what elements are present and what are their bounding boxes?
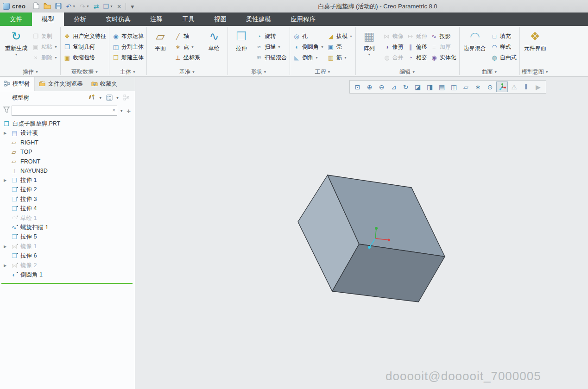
- pause-icon[interactable]: ‖: [520, 82, 532, 92]
- tree-settings-button[interactable]: [105, 94, 114, 101]
- tree-item-extrude-5[interactable]: ❒▪拉伸 5: [0, 232, 135, 242]
- saved-orientations-icon[interactable]: ◨: [424, 82, 436, 92]
- ribbon-button-style[interactable]: ◠样式: [490, 43, 518, 51]
- tab-file[interactable]: 文件: [0, 13, 32, 26]
- group-label-datum[interactable]: 基准▼: [149, 68, 226, 76]
- zoom-out-icon[interactable]: ⊖: [376, 82, 387, 92]
- new-file-button[interactable]: [32, 1, 41, 11]
- ribbon-button-trim[interactable]: ◑修剪: [382, 43, 405, 51]
- ribbon-button-axis[interactable]: ╱轴: [173, 32, 201, 41]
- round-dropdown[interactable]: ▼: [321, 45, 324, 49]
- tree-item-mirror-1[interactable]: ▶⋈▪镜像 1: [0, 242, 135, 251]
- ribbon-button-copy-geometry[interactable]: ❐复制几何: [63, 43, 107, 51]
- ribbon-button-new-body[interactable]: ❒新建主体: [111, 53, 145, 62]
- save-button[interactable]: [54, 2, 63, 11]
- sweep-dropdown[interactable]: ▼: [278, 45, 281, 49]
- ribbon-button-regenerate[interactable]: ↻重新生成▼: [3, 26, 30, 68]
- ribbon-button-revolve[interactable]: ◔旋转: [254, 32, 288, 41]
- windows-dropdown[interactable]: ▼: [110, 5, 113, 8]
- tree-item-extrude-1[interactable]: ▶❒拉伸 1: [0, 176, 135, 185]
- tab-tools[interactable]: 工具: [172, 13, 204, 26]
- draft-dropdown[interactable]: ▼: [349, 35, 353, 38]
- ribbon-button-boundary-blend[interactable]: ◠边界混合: [462, 26, 488, 68]
- pattern-dropdown[interactable]: ▼: [367, 53, 371, 56]
- ribbon-button-freestyle[interactable]: ◍自由式: [490, 53, 518, 62]
- ribbon-button-round[interactable]: ◖倒圆角▼: [292, 43, 325, 51]
- tab-applications[interactable]: 应用程序: [281, 13, 325, 26]
- tree-search-input[interactable]: [12, 106, 117, 116]
- refit-icon[interactable]: ⊿: [388, 82, 399, 92]
- regenerate-dropdown[interactable]: ▼: [15, 53, 18, 56]
- tree-item-design-items[interactable]: ▶▤设计项: [0, 128, 135, 138]
- expand-arrow-icon[interactable]: ▶: [4, 178, 12, 182]
- ribbon-button-rib[interactable]: ▥筋▼: [326, 53, 354, 62]
- datum-display-filters-icon[interactable]: ▱: [460, 82, 472, 92]
- ribbon-button-shrinkwrap[interactable]: ▣收缩包络: [63, 53, 107, 62]
- search-options-dropdown[interactable]: ▼: [119, 109, 124, 113]
- tab-analysis[interactable]: 分析: [64, 13, 96, 26]
- ribbon-button-component-interface[interactable]: ❖元件界面: [522, 26, 549, 68]
- display-style-icon[interactable]: ◪: [412, 82, 424, 92]
- spin-center-icon[interactable]: [496, 82, 508, 92]
- tree-item-sketch-1[interactable]: ◠▪草绘 1: [0, 213, 135, 223]
- ribbon-button-solidify[interactable]: ◉实体化: [430, 53, 457, 62]
- ribbon-button-boolean-operations[interactable]: ◉布尔运算: [111, 32, 145, 41]
- tab-model[interactable]: 模型: [32, 13, 64, 26]
- tree-item-mirror-2[interactable]: ▶⋈▪镜像 2: [0, 261, 135, 270]
- ribbon-button-split-body[interactable]: ◫分割主体: [111, 43, 145, 51]
- ribbon-button-swept-blend[interactable]: ≋扫描混合: [254, 53, 288, 62]
- ribbon-button-fill[interactable]: □填充: [490, 32, 518, 41]
- group-label-get-data[interactable]: 获取数据▼: [63, 68, 107, 76]
- tree-tools-dropdown[interactable]: ▼: [99, 96, 102, 100]
- ribbon-button-chamfer[interactable]: ◣倒角▼: [292, 53, 325, 62]
- rib-dropdown[interactable]: ▼: [344, 56, 347, 59]
- ribbon-button-pattern[interactable]: ▦阵列▼: [358, 26, 381, 68]
- ribbon-button-project[interactable]: ∿投影: [430, 32, 457, 41]
- tree-item-plane-top[interactable]: ▱TOP: [0, 147, 135, 157]
- repaint-icon[interactable]: ↻: [400, 82, 411, 92]
- expand-arrow-icon[interactable]: ▶: [4, 264, 12, 268]
- group-label-model-intent[interactable]: 模型意图▼: [522, 68, 549, 76]
- panel-tab-folder-browser[interactable]: 文件夹浏览器: [35, 77, 87, 91]
- group-label-shapes[interactable]: 形状▼: [230, 68, 288, 76]
- tab-view[interactable]: 视图: [204, 13, 236, 26]
- annotation-display-icon[interactable]: ∗: [472, 82, 484, 92]
- ribbon-button-sweep[interactable]: ≈扫描▼: [254, 43, 288, 51]
- undo-button[interactable]: ↶▼: [64, 2, 77, 11]
- insert-here-line[interactable]: [1, 283, 133, 284]
- tree-item-helical-sweep-1[interactable]: ∿▪螺旋扫描 1: [0, 223, 135, 232]
- tree-tools-button[interactable]: [88, 94, 96, 101]
- model-3d-box[interactable]: [135, 77, 588, 389]
- tree-item-plane-right[interactable]: ▱RIGHT: [0, 138, 135, 147]
- expand-arrow-icon[interactable]: ▶: [4, 245, 12, 249]
- close-window-button[interactable]: ×: [116, 2, 122, 11]
- ribbon-button-user-defined-feature[interactable]: ❖用户定义特征: [63, 32, 107, 41]
- add-filter-button[interactable]: +: [126, 107, 132, 115]
- tree-item-extrude-3[interactable]: ❒▪拉伸 3: [0, 194, 135, 204]
- ribbon-button-point[interactable]: ∗点▼: [173, 43, 201, 51]
- windows-button[interactable]: ❐▼: [102, 2, 115, 11]
- ribbon-button-sketch[interactable]: ∿草绘: [202, 26, 226, 68]
- tree-item-plane-front[interactable]: ▱FRONT: [0, 157, 135, 166]
- ribbon-button-plane[interactable]: ▱平面: [149, 26, 172, 68]
- graphics-viewport[interactable]: ⊡⊕⊖⊿↻◪◨▤◫▱∗⊙⚠‖▶ dooooit@dooooit_7000005: [135, 77, 588, 389]
- tree-settings-dropdown[interactable]: ▼: [116, 96, 119, 100]
- section-view-icon[interactable]: ◫: [448, 82, 460, 92]
- tree-item-csys-nayun3d[interactable]: ⊥NAYUN3D: [0, 166, 135, 176]
- panel-tab-model-tree[interactable]: 模型树: [0, 77, 35, 91]
- group-label-engineering[interactable]: 工程▼: [292, 68, 354, 76]
- zoom-window-icon[interactable]: ⊡: [352, 82, 363, 92]
- chamfer-dropdown[interactable]: ▼: [315, 56, 318, 59]
- tree-item-round-1[interactable]: ◖▪倒圆角 1: [0, 270, 135, 279]
- tab-flexible-modeling[interactable]: 柔性建模: [236, 13, 281, 26]
- ribbon-button-shell[interactable]: ▣壳: [326, 43, 354, 51]
- view-manager-icon[interactable]: ▤: [436, 82, 448, 92]
- group-label-surfaces[interactable]: 曲面▼: [462, 68, 518, 76]
- expand-arrow-icon[interactable]: ▶: [4, 131, 12, 135]
- tree-item-extrude-2[interactable]: ❒▪拉伸 2: [0, 185, 135, 194]
- ribbon-button-extrude[interactable]: ❒拉伸: [230, 26, 253, 68]
- panel-tab-favorites[interactable]: 收藏夹: [87, 77, 122, 91]
- open-file-button[interactable]: [42, 2, 52, 11]
- tree-item-extrude-4[interactable]: ❒▪拉伸 4: [0, 204, 135, 213]
- tab-annotate[interactable]: 注释: [140, 13, 172, 26]
